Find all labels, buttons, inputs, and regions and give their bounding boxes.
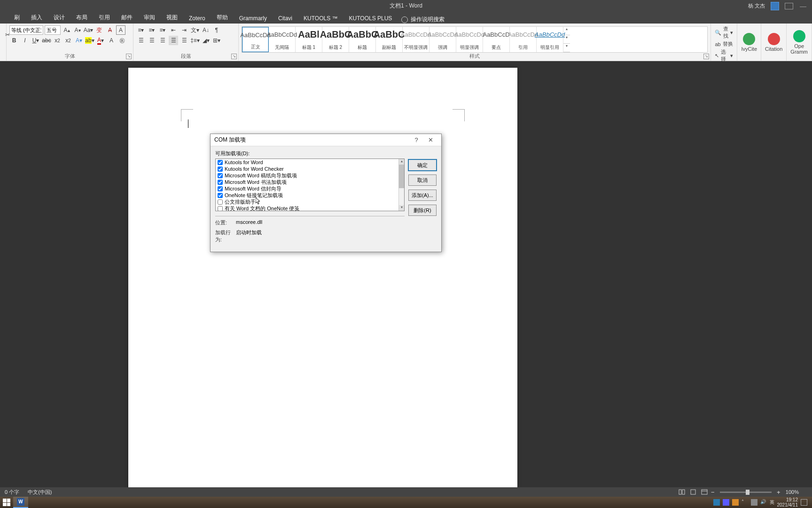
avatar[interactable] <box>771 2 779 10</box>
tab-mailings[interactable]: 邮件 <box>116 12 138 24</box>
find-button[interactable]: 🔍查找 ▾ <box>715 25 733 40</box>
addin-item-0[interactable]: Kutools for Word <box>216 159 398 166</box>
tray-icon-2[interactable] <box>723 499 729 506</box>
style-item-6[interactable]: AaBbCcDd不明显强调 <box>403 27 429 52</box>
addin-item-2[interactable]: Microsoft Word 稿纸向导加载项 <box>216 172 398 179</box>
cancel-button[interactable]: 取消 <box>408 175 437 186</box>
align-justify-button[interactable]: ☰ <box>169 36 178 45</box>
highlight-button[interactable]: ab▾ <box>85 36 94 45</box>
addin-checkbox[interactable] <box>218 173 223 178</box>
dialog-titlebar[interactable]: COM 加载项 ? ✕ <box>211 134 441 146</box>
font-color-button[interactable]: A▾ <box>96 36 105 45</box>
print-layout-button[interactable] <box>688 488 698 496</box>
tab-layout[interactable]: 布局 <box>70 12 93 24</box>
asian-layout-button[interactable]: 文▾ <box>190 25 200 35</box>
style-item-8[interactable]: AaBbCcDd明显强调 <box>456 27 483 52</box>
remove-button[interactable]: 删除(R) <box>408 205 437 216</box>
italic-button[interactable]: I <box>20 36 30 45</box>
zoom-slider[interactable] <box>720 492 772 493</box>
style-item-5[interactable]: AaBbC副标题 <box>376 27 403 52</box>
select-button[interactable]: ↖选择 ▾ <box>715 48 733 63</box>
addins-listbox[interactable]: Kutools for WordKutools for Word Checker… <box>215 159 405 211</box>
tab-grammarly[interactable]: Grammarly <box>234 13 273 24</box>
subscript-button[interactable]: x2 <box>53 36 62 45</box>
align-right-button[interactable]: ☰ <box>158 36 167 45</box>
scroll-thumb[interactable] <box>399 165 404 188</box>
clear-format-button[interactable]: A̶ <box>105 25 115 35</box>
tray-ime[interactable]: 英 <box>770 499 774 506</box>
tray-icon-1[interactable] <box>713 499 720 506</box>
document-area[interactable] <box>0 61 812 497</box>
underline-button[interactable]: U▾ <box>31 36 40 45</box>
start-button[interactable] <box>0 497 13 508</box>
addin-checkbox[interactable] <box>218 160 223 165</box>
grow-font-button[interactable]: A▴ <box>62 25 71 35</box>
zoom-level[interactable]: 100% <box>786 489 799 495</box>
tray-volume-icon[interactable]: 🔊 <box>760 499 767 506</box>
tray-network-icon[interactable] <box>751 499 757 506</box>
paragraph-dialog-launcher[interactable]: ↘ <box>231 54 237 59</box>
addin-item-6[interactable]: 公文排版助手 <box>216 198 398 205</box>
styles-dialog-launcher[interactable]: ↘ <box>703 54 709 59</box>
replace-button[interactable]: ab替换 <box>715 40 733 48</box>
tab-citavi[interactable]: Citavi <box>273 13 298 24</box>
dialog-help-button[interactable]: ? <box>409 136 423 143</box>
tab-help[interactable]: 帮助 <box>211 12 234 24</box>
sort-button[interactable]: A↓ <box>201 25 211 35</box>
char-shading-button[interactable]: A <box>107 36 116 45</box>
style-item-4[interactable]: AaBbC标题 <box>349 27 376 52</box>
font-size-combo[interactable] <box>45 25 61 35</box>
clock-time[interactable]: 19:12 <box>777 497 798 502</box>
distribute-button[interactable]: ☰ <box>180 36 189 45</box>
zoom-in-button[interactable]: + <box>775 489 782 496</box>
addin-checkbox[interactable] <box>218 193 223 198</box>
taskbar-word-button[interactable]: W <box>13 497 28 508</box>
font-name-combo[interactable] <box>9 25 43 35</box>
change-case-button[interactable]: Aa▾ <box>84 25 93 35</box>
styles-gallery[interactable]: AaBbCcDd正文AaBbCcDd无间隔AaBl标题 1AaBbC标题 2Aa… <box>242 26 708 53</box>
addin-item-1[interactable]: Kutools for Word Checker <box>216 166 398 172</box>
addin-item-4[interactable]: Microsoft Word 信封向导 <box>216 185 398 192</box>
tab-format-painter[interactable]: 刷 <box>8 12 25 24</box>
multilevel-button[interactable]: ≡▾ <box>158 25 167 35</box>
align-center-button[interactable]: ☰ <box>147 36 156 45</box>
numbering-button[interactable]: ≡▾ <box>147 25 156 35</box>
strike-button[interactable]: abc <box>42 36 51 45</box>
addin-checkbox[interactable] <box>218 167 223 172</box>
tab-review[interactable]: 审阅 <box>138 12 161 24</box>
text-effects-button[interactable]: A▾ <box>74 36 84 45</box>
style-item-1[interactable]: AaBbCcDd无间隔 <box>269 27 296 52</box>
line-spacing-button[interactable]: ‡≡▾ <box>190 36 200 45</box>
tray-chevron-up-icon[interactable]: ˄ <box>742 499 748 506</box>
language-status[interactable]: 中文(中国) <box>28 489 52 496</box>
shrink-font-button[interactable]: A▾ <box>73 25 82 35</box>
bullets-button[interactable]: ≡▾ <box>136 25 146 35</box>
listbox-scrollbar[interactable]: ▴ ▾ <box>398 159 404 211</box>
align-left-button[interactable]: ☰ <box>136 36 146 45</box>
bold-button[interactable]: B <box>9 36 19 45</box>
clock-date[interactable]: 2021/4/11 <box>777 502 798 508</box>
phonetic-guide-button[interactable]: 变 <box>94 25 104 35</box>
citation-group[interactable]: Citation <box>761 24 787 61</box>
style-item-2[interactable]: AaBl标题 1 <box>296 27 322 52</box>
addin-item-5[interactable]: OneNote 链接笔记加载项 <box>216 192 398 198</box>
addin-item-3[interactable]: Microsoft Word 书法加载项 <box>216 179 398 185</box>
ivycite-group[interactable]: IvyCite <box>737 24 761 61</box>
add-button[interactable]: 添加(A)... <box>408 190 437 201</box>
grammarly-group[interactable]: Ope Gramm <box>787 24 812 61</box>
dialog-close-button[interactable]: ✕ <box>423 136 437 143</box>
ribbon-display-button[interactable] <box>785 3 793 9</box>
char-border-button[interactable]: A <box>116 25 125 35</box>
addin-checkbox[interactable] <box>218 199 223 205</box>
style-item-9[interactable]: AaBbCcD要点 <box>483 27 510 52</box>
gallery-more-button[interactable]: ▴▾▾ <box>563 27 570 52</box>
addin-checkbox[interactable] <box>218 186 223 191</box>
addin-checkbox[interactable] <box>218 206 223 211</box>
read-mode-button[interactable] <box>677 488 687 496</box>
show-marks-button[interactable]: ¶ <box>212 25 221 35</box>
enclose-char-button[interactable]: ㊩ <box>117 36 127 45</box>
style-item-0[interactable]: AaBbCcDd正文 <box>242 27 269 52</box>
minimize-button[interactable]: — <box>799 2 807 10</box>
tab-kutools-plus[interactable]: KUTOOLS PLUS <box>344 13 398 24</box>
zoom-out-button[interactable]: − <box>710 489 716 496</box>
